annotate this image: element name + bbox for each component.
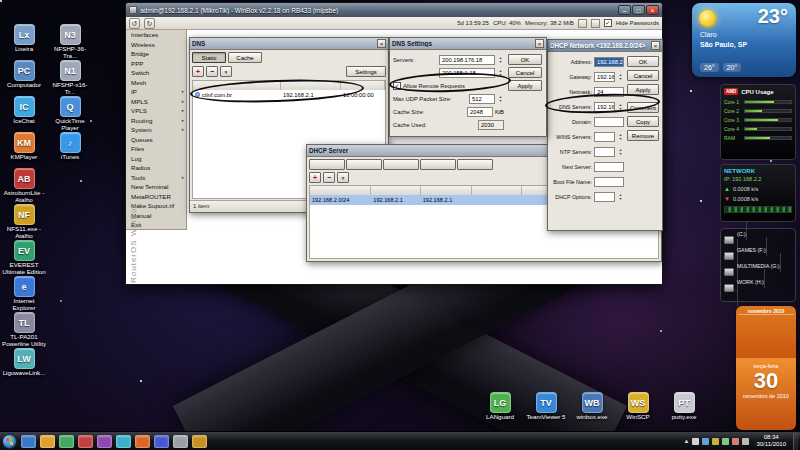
tab[interactable] — [346, 159, 382, 170]
column-header[interactable] — [341, 81, 385, 90]
desktop-icon[interactable]: WB winbox.exe — [570, 392, 614, 428]
field-input[interactable] — [594, 192, 615, 202]
taskbar-app-icon[interactable] — [192, 435, 207, 448]
redo-icon[interactable]: ↻ — [144, 18, 155, 29]
desktop-icon[interactable]: N1 NFSHP-x16-Tr... — [48, 60, 92, 96]
field-input[interactable]: 24 — [594, 87, 624, 97]
cpu-meter-gadget[interactable]: AMD CPU Usage Core 1 Core 2 Core 3 Core … — [720, 84, 796, 160]
remove-button[interactable]: Remove — [627, 130, 659, 141]
main-titlebar[interactable]: admin@192.168.2.1 (MikroTik) - WinBox v2… — [126, 3, 662, 17]
menu-item[interactable]: System ▸ — [126, 125, 186, 135]
field-input[interactable] — [594, 117, 624, 127]
dns-server-input-1[interactable]: 200.198.176.18 — [439, 55, 495, 65]
cache-size-input[interactable]: 2048 — [467, 107, 493, 117]
column-header[interactable] — [281, 81, 341, 90]
weather-gadget[interactable]: 23° Claro São Paulo, SP 26° 20° — [692, 3, 796, 77]
ok-button[interactable]: OK — [627, 56, 659, 67]
column-header[interactable] — [310, 186, 371, 195]
tab[interactable] — [420, 159, 456, 170]
tray-expand-icon[interactable]: ▲ — [683, 438, 689, 444]
dhcp-network-titlebar[interactable]: DHCP Network <192.168.2.0/24> × — [548, 40, 662, 52]
spinner-icon[interactable]: ▲▼ — [617, 193, 624, 201]
desktop-icon[interactable]: AB AstroburnLite - Atalho — [2, 168, 46, 204]
tab[interactable] — [457, 159, 493, 170]
add-icon[interactable]: + — [309, 172, 321, 183]
desktop-icon[interactable]: Q QuickTime Player — [48, 96, 92, 132]
hide-passwords-checkbox[interactable]: ✓ — [604, 19, 612, 27]
minimize-button[interactable]: – — [618, 5, 631, 15]
column-header[interactable] — [371, 186, 420, 195]
close-button[interactable]: × — [646, 5, 659, 15]
allow-remote-requests-checkbox[interactable]: ✓ — [393, 82, 401, 90]
menu-item[interactable]: Radius — [126, 163, 186, 173]
field-input[interactable] — [594, 162, 624, 172]
dns-entry-row[interactable]: ctinf.com.br 192.168.2.1 1d 00:00:00 — [193, 90, 385, 100]
filter-icon[interactable]: ▼ — [337, 172, 349, 183]
field-input[interactable]: 192.168.2.1 — [594, 102, 615, 112]
tab[interactable] — [383, 159, 419, 170]
menu-item[interactable]: MPLS ▸ — [126, 97, 186, 107]
desktop-icon[interactable]: TL TL-PA201 Powerline Utility — [2, 312, 46, 348]
menu-item[interactable]: Wireless — [126, 40, 186, 50]
show-desktop-button[interactable] — [793, 433, 798, 450]
filter-icon[interactable]: ▼ — [220, 66, 232, 77]
field-input[interactable]: 192.168.2.0/24 — [594, 57, 624, 67]
remove-icon[interactable]: − — [206, 66, 218, 77]
max-udp-input[interactable]: 512 — [469, 94, 495, 104]
taskbar-app-icon[interactable] — [154, 435, 169, 448]
menu-item[interactable]: Interfaces — [126, 30, 186, 40]
desktop-icon[interactable]: ♪ iTunes — [48, 132, 92, 168]
close-icon[interactable]: × — [377, 39, 386, 48]
taskbar-app-icon[interactable] — [116, 435, 131, 448]
tray-icon[interactable] — [722, 438, 729, 445]
field-input[interactable]: 192.168.2.1 — [594, 72, 615, 82]
spinner-icon[interactable]: ▲▼ — [617, 148, 624, 156]
cancel-button[interactable]: Cancel — [627, 70, 659, 81]
dns-cache-button[interactable]: Cache — [228, 52, 262, 63]
drives-gadget[interactable]: (C:) GAMES (F:) MULTIMEDIA (G:) WORK (H:… — [720, 228, 796, 302]
comment-button[interactable]: Comment — [627, 102, 659, 113]
calendar-gadget[interactable]: novembro 2010 terça-feira 30 novembro de… — [736, 306, 796, 430]
desktop-icon[interactable]: KM KMPlayer — [2, 132, 46, 168]
tray-icon[interactable] — [692, 438, 699, 445]
menu-item[interactable]: PPP — [126, 59, 186, 69]
desktop-icon[interactable]: EV EVEREST Ultimate Edition — [2, 240, 46, 276]
spinner-icon[interactable]: ▲▼ — [497, 69, 504, 77]
taskbar-app-icon[interactable] — [173, 435, 188, 448]
dns-settings-titlebar[interactable]: DNS Settings × — [390, 38, 546, 50]
copy-button[interactable]: Copy — [627, 116, 659, 127]
desktop-icon[interactable]: e Internet Explorer — [2, 276, 46, 312]
desktop-icon[interactable]: PT putty.exe — [662, 392, 706, 428]
tray-icon[interactable] — [732, 438, 739, 445]
menu-item[interactable]: Mesh — [126, 78, 186, 88]
desktop-icon[interactable]: WS WinSCP — [616, 392, 660, 428]
menu-item[interactable]: New Terminal — [126, 182, 186, 192]
menu-item[interactable]: Bridge — [126, 49, 186, 59]
column-header[interactable] — [472, 186, 521, 195]
session-icon-a[interactable] — [578, 19, 587, 28]
dns-titlebar[interactable]: DNS × — [190, 38, 388, 50]
apply-button[interactable]: Apply — [627, 84, 659, 95]
taskbar-app-icon[interactable] — [97, 435, 112, 448]
spinner-icon[interactable]: ▲▼ — [497, 95, 504, 103]
tab[interactable] — [309, 159, 345, 170]
menu-item[interactable]: Switch — [126, 68, 186, 78]
desktop-icon[interactable]: Lx Lixeira — [2, 24, 46, 60]
tray-icon[interactable] — [702, 438, 709, 445]
taskbar-app-icon[interactable] — [21, 435, 36, 448]
spinner-icon[interactable]: ▲▼ — [617, 73, 624, 81]
start-button[interactable] — [2, 434, 17, 449]
field-input[interactable] — [594, 147, 615, 157]
remove-icon[interactable]: − — [323, 172, 335, 183]
undo-icon[interactable]: ↺ — [129, 18, 140, 29]
close-icon[interactable]: × — [651, 41, 660, 50]
maximize-button[interactable]: □ — [632, 5, 645, 15]
desktop-icon[interactable]: NF NFS11.exe - Atalho — [2, 204, 46, 240]
session-icon-b[interactable] — [591, 19, 600, 28]
menu-item[interactable]: Queues — [126, 135, 186, 145]
drive-row[interactable]: WORK (H:) — [724, 280, 792, 296]
menu-item[interactable]: Log — [126, 154, 186, 164]
taskbar-app-icon[interactable] — [78, 435, 93, 448]
apply-button[interactable]: Apply — [508, 80, 542, 91]
desktop-icon[interactable]: LG LANguard — [478, 392, 522, 428]
